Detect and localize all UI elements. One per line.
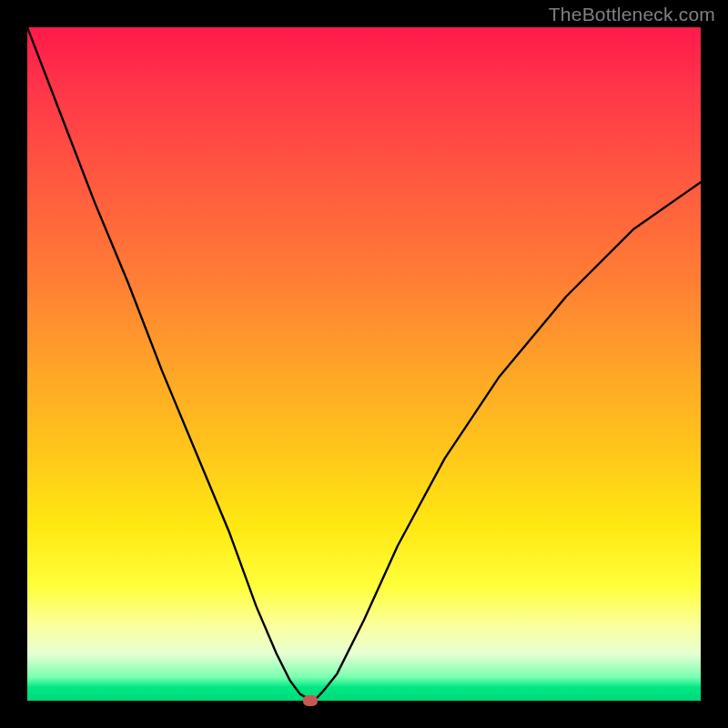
minimum-marker	[303, 695, 318, 706]
bottleneck-curve	[27, 27, 701, 701]
watermark-text: TheBottleneck.com	[549, 4, 715, 25]
plot-area	[27, 27, 701, 701]
curve-path	[27, 27, 701, 701]
chart-frame: TheBottleneck.com	[0, 0, 728, 728]
